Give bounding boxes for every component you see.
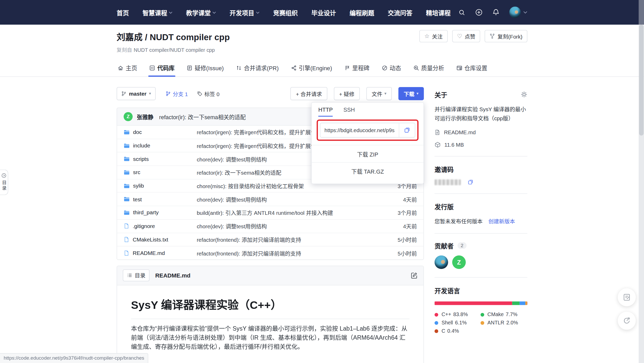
new-issue-button[interactable]: + 疑修 bbox=[334, 87, 360, 100]
commit-message[interactable]: refactor(ir): 改一下sema相关的适配 bbox=[159, 112, 246, 121]
watch-button[interactable]: ☆关注 bbox=[419, 30, 448, 42]
download-targz-item[interactable]: 下载 TAR.GZ bbox=[312, 162, 423, 180]
feedback-button[interactable] bbox=[618, 288, 636, 307]
contributor-avatar[interactable]: Z bbox=[452, 255, 466, 269]
file-name[interactable]: src bbox=[124, 169, 197, 176]
committer-name[interactable]: 张雅静 bbox=[137, 112, 153, 121]
share-refresh-button[interactable] bbox=[618, 312, 636, 330]
tab-pull-requests[interactable]: 合并请求(PR) bbox=[235, 60, 279, 76]
user-menu[interactable] bbox=[509, 6, 527, 18]
nav-qa[interactable]: 交流问答 bbox=[388, 8, 412, 17]
nav-label: 毕业设计 bbox=[311, 8, 336, 17]
tab-engine[interactable]: 引擎(Engine) bbox=[290, 60, 333, 76]
legend-dot bbox=[435, 329, 438, 333]
nav-dev-projects[interactable]: 开发项目 bbox=[230, 8, 260, 17]
toc-side-tab[interactable]: 目录 bbox=[0, 170, 8, 195]
tags-link[interactable]: 标签 0 bbox=[197, 90, 220, 97]
readme-panel: 目录 README.md SysY 编译器课程实验（C++） 本仓库为“并行编译… bbox=[117, 266, 424, 363]
contributor-avatar[interactable] bbox=[435, 255, 448, 269]
forked-from-link[interactable]: NUDT compiler/NUDT compiler cpp bbox=[134, 47, 215, 53]
gear-icon[interactable] bbox=[521, 91, 527, 98]
file-name[interactable]: README.md bbox=[124, 250, 197, 256]
file-name[interactable]: doc bbox=[124, 129, 197, 135]
file-row[interactable]: .gitignore chore(dev): 调整test用例结构 4天前 bbox=[117, 220, 423, 233]
file-commit-message[interactable]: chore(dev): 调整test用例结构 bbox=[197, 222, 376, 230]
file-name[interactable]: test bbox=[124, 196, 197, 202]
language-bar[interactable] bbox=[435, 302, 527, 305]
tab-repository[interactable]: 代码库 bbox=[148, 60, 175, 76]
nav-menu: 首页 智慧课程 教学课堂 开发项目 竞赛组织 毕业设计 编程刷题 交流问答 精培… bbox=[117, 8, 451, 17]
branch-selector[interactable]: master ▾ bbox=[117, 87, 155, 100]
nav-coding-practice[interactable]: 编程刷题 bbox=[350, 8, 374, 17]
caret-down-icon: ▾ bbox=[384, 91, 386, 96]
download-button[interactable]: 下载▾ bbox=[398, 87, 424, 100]
nav-teaching[interactable]: 教学课堂 bbox=[186, 8, 216, 17]
tab-home[interactable]: 主页 bbox=[117, 60, 138, 76]
plus-circle-icon[interactable] bbox=[475, 9, 483, 16]
file-name-text: CMakeLists.txt bbox=[133, 237, 168, 243]
file-commit-message[interactable]: refactor(frontend): 添加对只编译前端的支持 bbox=[197, 236, 376, 243]
file-row[interactable]: third_party build(antlr): 引入第三方 ANTLR4 r… bbox=[117, 206, 423, 220]
file-row[interactable]: CMakeLists.txt refactor(frontend): 添加对只编… bbox=[117, 233, 423, 246]
download-zip-item[interactable]: 下载 ZIP bbox=[312, 145, 423, 162]
file-commit-message[interactable]: build(antlr): 引入第三方 ANTLR4 runtime/tool … bbox=[197, 209, 376, 217]
file-icon bbox=[124, 223, 129, 229]
file-name[interactable]: sylib bbox=[124, 183, 197, 189]
divider bbox=[435, 233, 527, 234]
new-pr-button[interactable]: + 合并请求 bbox=[291, 87, 327, 100]
nav-training[interactable]: 精培课程 bbox=[426, 8, 451, 17]
branches-count: 分支 1 bbox=[173, 90, 188, 97]
tab-quality[interactable]: 质量分析 bbox=[412, 60, 445, 76]
readme-content: SysY 编译器课程实验（C++） 本仓库为“并行编译课程实验”提供一个 Sys… bbox=[117, 285, 423, 363]
edit-icon[interactable] bbox=[411, 272, 418, 279]
legend-pct: 7.7% bbox=[506, 312, 518, 317]
bell-icon[interactable] bbox=[492, 9, 499, 16]
copy-icon[interactable] bbox=[468, 179, 474, 186]
toc-button[interactable]: 目录 bbox=[123, 269, 150, 281]
create-release-link[interactable]: 创建新版本 bbox=[488, 217, 515, 225]
file-row[interactable]: README.md refactor(frontend): 添加对只编译前端的支… bbox=[117, 246, 423, 259]
tab-ssh[interactable]: SSH bbox=[343, 107, 355, 117]
readme-paragraph: 本仓库为“并行编译课程实验”提供一个 SysY 编译器的最小可运行示例，实验按 … bbox=[131, 324, 410, 351]
file-commit-message[interactable]: refactor(frontend): 添加对只编译前端的支持 bbox=[197, 249, 376, 257]
legend-dot bbox=[480, 313, 484, 316]
nav-home[interactable]: 首页 bbox=[117, 8, 129, 17]
committer-avatar[interactable]: Z bbox=[124, 112, 133, 121]
file-name-text: sylib bbox=[133, 183, 144, 189]
nav-smart-courses[interactable]: 智慧课程 bbox=[143, 8, 173, 17]
repo-description: 并行编译课程实验 SysY 编译器的最小可运行示例和指导文档（cpp版） bbox=[435, 105, 527, 123]
file-name[interactable]: include bbox=[124, 143, 197, 149]
clone-url-input[interactable] bbox=[320, 123, 399, 137]
language-segment bbox=[519, 302, 525, 305]
file-commit-message[interactable]: chore(dev): 调整test用例结构 bbox=[197, 195, 376, 203]
file-name[interactable]: CMakeLists.txt bbox=[124, 237, 197, 243]
nav-competitions[interactable]: 竞赛组织 bbox=[273, 8, 298, 17]
tab-settings[interactable]: 仓库设置 bbox=[455, 60, 488, 76]
tab-activity[interactable]: 动态 bbox=[380, 60, 402, 76]
toc-label: 目录 bbox=[135, 272, 145, 279]
tab-milestones[interactable]: 里程碑 bbox=[343, 60, 370, 76]
like-button[interactable]: ♡点赞 bbox=[452, 30, 480, 42]
pull-request-icon bbox=[236, 65, 242, 71]
tab-http[interactable]: HTTP bbox=[318, 107, 333, 117]
branches-link[interactable]: 分支 1 bbox=[165, 90, 188, 97]
file-name[interactable]: third_party bbox=[124, 210, 197, 216]
file-name[interactable]: .gitignore bbox=[124, 223, 197, 229]
scrollbar-track[interactable] bbox=[639, 0, 644, 363]
nav-graduation[interactable]: 毕业设计 bbox=[311, 8, 336, 17]
tab-issues[interactable]: 疑修(Issue) bbox=[186, 60, 224, 76]
new-issue-label: + 疑修 bbox=[339, 90, 355, 97]
tab-label: 质量分析 bbox=[421, 64, 444, 72]
fork-button[interactable]: 复刻(Fork) bbox=[485, 30, 527, 42]
files-button[interactable]: 文件▾ bbox=[366, 87, 392, 100]
search-icon[interactable] bbox=[458, 9, 465, 16]
forked-prefix: 复刻自 bbox=[117, 47, 132, 53]
legend-pct: 83.8% bbox=[453, 312, 468, 317]
readme-link[interactable]: README.md bbox=[435, 130, 527, 136]
scrollbar-thumb[interactable] bbox=[639, 25, 643, 136]
copy-url-button[interactable] bbox=[399, 123, 415, 137]
legend-name: ANTLR bbox=[487, 320, 504, 326]
divider bbox=[435, 277, 527, 278]
file-name[interactable]: scripts bbox=[124, 156, 197, 162]
file-row[interactable]: test chore(dev): 调整test用例结构 4天前 bbox=[117, 193, 423, 206]
